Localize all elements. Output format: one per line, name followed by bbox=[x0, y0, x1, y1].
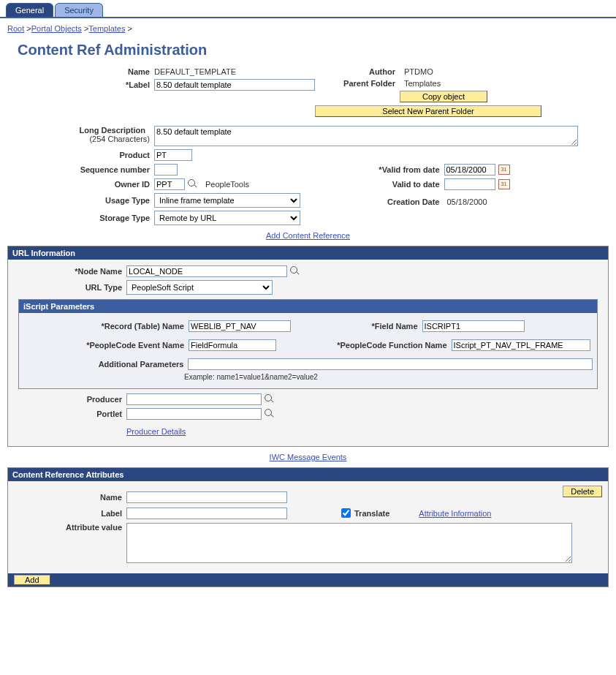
product-label: Product bbox=[7, 151, 154, 159]
pc-event-input[interactable] bbox=[189, 339, 276, 351]
breadcrumb-root[interactable]: Root bbox=[7, 24, 24, 33]
label-label: *Label bbox=[7, 80, 154, 89]
valid-from-input[interactable] bbox=[444, 164, 495, 176]
attr-label-input[interactable] bbox=[126, 508, 287, 519]
pc-func-input[interactable] bbox=[452, 339, 590, 351]
name-label: Name bbox=[7, 67, 154, 76]
producer-input[interactable] bbox=[126, 393, 262, 405]
attr-name-input[interactable] bbox=[126, 491, 287, 503]
creation-date-label: Creation Date bbox=[308, 197, 444, 206]
producer-label: Producer bbox=[12, 395, 126, 404]
long-desc-label: Long Description bbox=[80, 126, 150, 135]
long-desc-hint: (254 Characters) bbox=[89, 135, 150, 143]
creation-date-value: 05/18/2000 bbox=[444, 197, 487, 206]
attribute-information-link[interactable]: Attribute Information bbox=[419, 509, 491, 518]
storage-type-select[interactable]: Remote by URL bbox=[154, 211, 300, 225]
translate-label: Translate bbox=[354, 509, 389, 518]
tab-general[interactable]: General bbox=[6, 3, 53, 17]
portlet-label: Portlet bbox=[12, 410, 126, 418]
url-type-select[interactable]: PeopleSoft Script bbox=[126, 280, 273, 295]
long-desc-textarea[interactable]: 8.50 default template bbox=[154, 126, 578, 146]
cref-attributes-header: Content Reference Attributes bbox=[8, 468, 608, 481]
attr-value-label: Attribute value bbox=[12, 523, 126, 532]
iwc-message-events-link[interactable]: IWC Message Events bbox=[270, 453, 347, 461]
breadcrumb-templates[interactable]: Templates bbox=[88, 24, 125, 33]
producer-details-link[interactable]: Producer Details bbox=[126, 427, 186, 436]
pc-event-label: *PeopleCode Event Name bbox=[23, 341, 189, 350]
addl-params-example: Example: name1=value1&name2=value2 bbox=[184, 373, 318, 381]
owner-lookup-icon[interactable] bbox=[188, 179, 198, 189]
owner-desc: PeopleTools bbox=[205, 180, 249, 189]
label-input[interactable] bbox=[154, 79, 315, 91]
valid-from-calendar-icon[interactable]: 31 bbox=[498, 165, 510, 175]
product-input[interactable] bbox=[154, 149, 192, 161]
portlet-lookup-icon[interactable] bbox=[265, 409, 275, 419]
attr-label-label: Label bbox=[12, 509, 126, 518]
iscript-parameters-header: iScript Parameters bbox=[19, 300, 597, 313]
valid-to-label: Valid to date bbox=[308, 180, 444, 189]
page-title: Content Ref Administration bbox=[18, 42, 609, 59]
field-name-input[interactable] bbox=[422, 320, 525, 332]
sequence-label: Sequence number bbox=[7, 165, 154, 174]
usage-type-select[interactable]: Inline frame template bbox=[154, 193, 300, 208]
add-content-reference-link[interactable]: Add Content Reference bbox=[266, 231, 350, 240]
owner-label: Owner ID bbox=[7, 180, 154, 189]
attr-name-label: Name bbox=[12, 493, 126, 502]
addl-params-input[interactable] bbox=[188, 358, 593, 370]
url-information-header: URL Information bbox=[8, 246, 608, 260]
cref-attributes-panel: Content Reference Attributes Delete Name… bbox=[7, 467, 609, 587]
parent-folder-label: Parent Folder bbox=[315, 79, 400, 88]
select-parent-folder-button[interactable]: Select New Parent Folder bbox=[315, 105, 541, 117]
portlet-input[interactable] bbox=[126, 408, 262, 420]
breadcrumb: Root >Portal Objects >Templates > bbox=[0, 18, 616, 39]
valid-to-input[interactable] bbox=[444, 178, 495, 190]
parent-folder-value: Templates bbox=[400, 79, 441, 88]
iscript-parameters-panel: iScript Parameters *Record (Table) Name … bbox=[18, 299, 598, 389]
sequence-input[interactable] bbox=[154, 164, 178, 176]
translate-checkbox[interactable] bbox=[341, 508, 351, 518]
author-value: PTDMO bbox=[400, 67, 433, 76]
valid-to-calendar-icon[interactable]: 31 bbox=[498, 179, 510, 189]
storage-type-label: Storage Type bbox=[7, 214, 154, 222]
pc-func-label: *PeopleCode Function Name bbox=[308, 341, 452, 350]
usage-type-label: Usage Type bbox=[7, 196, 154, 205]
breadcrumb-portal-objects[interactable]: Portal Objects bbox=[31, 24, 82, 33]
url-type-label: URL Type bbox=[12, 283, 126, 292]
addl-params-label: Additional Parameters bbox=[23, 360, 188, 369]
add-button[interactable]: Add bbox=[14, 575, 50, 585]
author-label: Author bbox=[315, 67, 400, 76]
record-name-label: *Record (Table) Name bbox=[23, 322, 189, 331]
field-name-label: *Field Name bbox=[308, 322, 422, 331]
tab-strip: General Security bbox=[0, 0, 616, 18]
attr-value-textarea[interactable] bbox=[126, 523, 572, 563]
tab-security[interactable]: Security bbox=[55, 3, 103, 17]
node-name-input[interactable] bbox=[126, 265, 287, 277]
name-value: DEFAULT_TEMPLATE bbox=[154, 67, 236, 76]
valid-from-label: *Valid from date bbox=[308, 165, 444, 174]
node-name-lookup-icon[interactable] bbox=[290, 266, 300, 276]
node-name-label: *Node Name bbox=[12, 267, 126, 276]
url-information-panel: URL Information *Node Name URL Type Peop… bbox=[7, 246, 609, 447]
copy-object-button[interactable]: Copy object bbox=[400, 91, 487, 102]
producer-lookup-icon[interactable] bbox=[265, 394, 275, 404]
delete-button[interactable]: Delete bbox=[563, 486, 602, 497]
record-name-input[interactable] bbox=[189, 320, 291, 332]
owner-input[interactable] bbox=[154, 178, 185, 190]
